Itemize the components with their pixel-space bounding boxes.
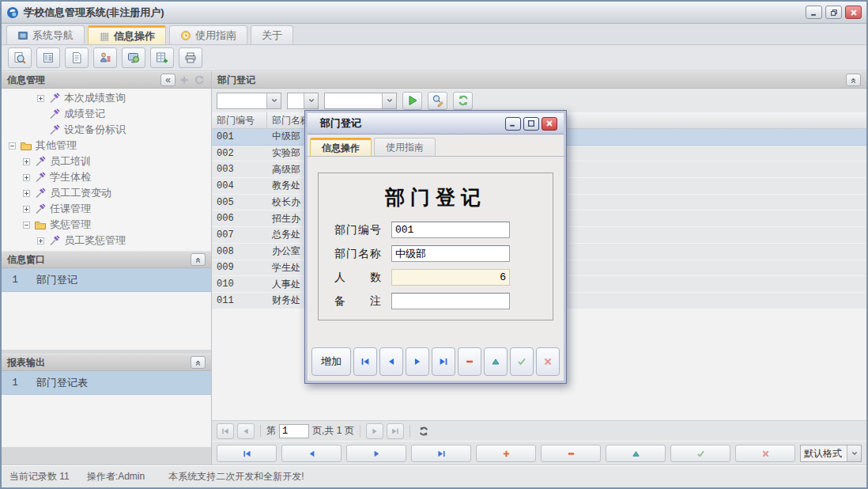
filter-field-value[interactable] xyxy=(217,93,266,108)
page-first-button[interactable] xyxy=(217,423,234,439)
column-header-1[interactable]: 部门编号 xyxy=(212,112,267,128)
expand-minus-icon[interactable] xyxy=(8,142,17,150)
tab-info-operate[interactable]: 信息操作 xyxy=(88,25,166,44)
panel-header-tools xyxy=(160,74,206,86)
collapse-content-button[interactable] xyxy=(846,74,861,86)
tree-item-staff-training[interactable]: 员工培训 xyxy=(2,154,211,169)
pager-refresh-button[interactable] xyxy=(416,423,432,439)
sidebar: 信息管理 本次成绩查询成绩登记设定备份标识其他管理员工培训学生体检员工工资变动任… xyxy=(2,71,212,465)
refresh-button[interactable] xyxy=(453,92,473,110)
toolbar-personnel-button[interactable] xyxy=(93,47,117,68)
refresh-tree-button[interactable] xyxy=(193,74,206,86)
restore-button[interactable] xyxy=(825,6,842,19)
expand-plus-icon[interactable] xyxy=(22,157,31,166)
tree-item-salary-change[interactable]: 员工工资变动 xyxy=(2,185,211,201)
remark-field[interactable] xyxy=(391,293,510,309)
expand-minus-icon[interactable] xyxy=(22,221,31,229)
toolbar-document-button[interactable] xyxy=(65,47,89,68)
tree-item-label: 员工奖惩管理 xyxy=(64,233,126,248)
dialog-nav-prior-button[interactable] xyxy=(379,347,403,376)
add-record-button[interactable]: 增加 xyxy=(311,347,351,376)
expand-plus-icon[interactable] xyxy=(36,94,45,103)
collapse-info-window-button[interactable] xyxy=(191,253,206,266)
tree-item-backup-flag[interactable]: 设定备份标识 xyxy=(2,122,211,138)
expand-plus-icon[interactable] xyxy=(36,237,45,245)
dialog-nav-edit-button[interactable] xyxy=(484,347,508,376)
edit-query-button[interactable] xyxy=(428,92,447,110)
nav-insert-button[interactable] xyxy=(476,445,536,462)
tab-system-nav[interactable]: 系统导航 xyxy=(6,25,85,44)
dialog-nav-cancel-button[interactable] xyxy=(536,347,560,376)
filter-value-chevron-button[interactable] xyxy=(382,93,396,108)
list-item-index: 1 xyxy=(2,275,28,286)
tree-item-teaching-manage[interactable]: 任课管理 xyxy=(2,201,211,217)
panel-title: 信息窗口 xyxy=(7,253,45,267)
post-icon xyxy=(696,449,706,459)
dialog-nav-delete-button[interactable] xyxy=(458,347,481,376)
collapse-sidebar-button[interactable] xyxy=(160,74,175,86)
dialog-nav-last-button[interactable] xyxy=(432,347,455,376)
dialog-maximize-button[interactable] xyxy=(523,117,539,131)
format-select-value[interactable]: 默认格式 xyxy=(801,445,847,461)
cancel-icon xyxy=(542,356,553,367)
minimize-button[interactable] xyxy=(806,6,822,19)
format-select-chevron-button[interactable] xyxy=(847,445,861,461)
dialog-minimize-button[interactable] xyxy=(505,117,521,131)
filter-value-value[interactable] xyxy=(325,93,382,108)
close-icon xyxy=(849,8,859,17)
expand-plus-icon[interactable] xyxy=(22,189,31,198)
tree-item-label: 员工工资变动 xyxy=(50,186,111,200)
dialog-nav-next-button[interactable] xyxy=(406,347,429,376)
tree-item-student-checkup[interactable]: 学生体检 xyxy=(2,169,211,185)
remark-label: 备 注 xyxy=(334,294,391,309)
nav-first-button[interactable] xyxy=(217,445,277,462)
expand-plus-icon[interactable] xyxy=(22,205,31,214)
filter-field-chevron-button[interactable] xyxy=(266,93,281,108)
dialog-nav-first-button[interactable] xyxy=(353,347,377,376)
filter-operator-value[interactable] xyxy=(288,93,304,108)
info-window-item[interactable]: 1部门登记 xyxy=(2,268,211,292)
toolbar-search-button[interactable] xyxy=(8,47,32,68)
page-prev-button[interactable] xyxy=(237,423,255,439)
toolbar-table-add-button[interactable] xyxy=(150,47,174,68)
nav-post-button[interactable] xyxy=(670,445,730,462)
folder-icon xyxy=(20,139,32,152)
nav-last-button[interactable] xyxy=(411,445,471,462)
toolbar-monitor-button[interactable] xyxy=(122,47,145,68)
toolbar-form-button[interactable] xyxy=(36,47,60,68)
tree-item-label: 其他管理 xyxy=(36,138,77,153)
dialog-tab-usage-guide[interactable]: 使用指南 xyxy=(374,138,436,156)
tree-item-score-register[interactable]: 成绩登记 xyxy=(2,106,211,122)
report-output-item[interactable]: 1部门登记表 xyxy=(2,371,211,395)
filter-operator-chevron-button[interactable] xyxy=(304,93,318,108)
run-query-button[interactable] xyxy=(402,92,422,110)
add-button[interactable] xyxy=(178,74,191,86)
page-number-input[interactable] xyxy=(279,424,309,438)
tree-item-score-query[interactable]: 本次成绩查询 xyxy=(2,90,211,106)
dept-code-field[interactable] xyxy=(391,222,510,238)
page-last-button[interactable] xyxy=(387,423,404,439)
nav-next-button[interactable] xyxy=(346,445,406,462)
dept-name-field[interactable] xyxy=(391,245,510,262)
close-button[interactable] xyxy=(845,6,862,19)
tree-item-label: 成绩登记 xyxy=(64,107,105,121)
toolbar-printer-button[interactable] xyxy=(179,47,202,68)
tree-item-other-manage[interactable]: 其他管理 xyxy=(2,138,211,154)
tab-about[interactable]: 关于 xyxy=(251,25,293,44)
tree-item-reward-manage[interactable]: 奖惩管理 xyxy=(2,217,211,233)
nav-prior-button[interactable] xyxy=(281,445,342,462)
post-icon xyxy=(516,356,527,367)
nav-edit-button[interactable] xyxy=(606,445,666,462)
tree-item-label: 本次成绩查询 xyxy=(64,91,126,105)
tab-usage-guide[interactable]: 使用指南 xyxy=(169,25,247,44)
dialog-tab-info-operate[interactable]: 信息操作 xyxy=(310,138,372,156)
nav-cancel-button[interactable] xyxy=(735,445,795,462)
collapse-report-output-button[interactable] xyxy=(191,356,206,369)
tree-item-staff-reward[interactable]: 员工奖惩管理 xyxy=(2,233,211,248)
page-next-button[interactable] xyxy=(366,423,383,439)
dialog-close-button[interactable] xyxy=(542,117,557,131)
nav-delete-button[interactable] xyxy=(541,445,601,462)
dialog-nav-post-button[interactable] xyxy=(510,347,534,376)
expand-plus-icon[interactable] xyxy=(22,173,31,182)
last-icon xyxy=(438,356,449,367)
